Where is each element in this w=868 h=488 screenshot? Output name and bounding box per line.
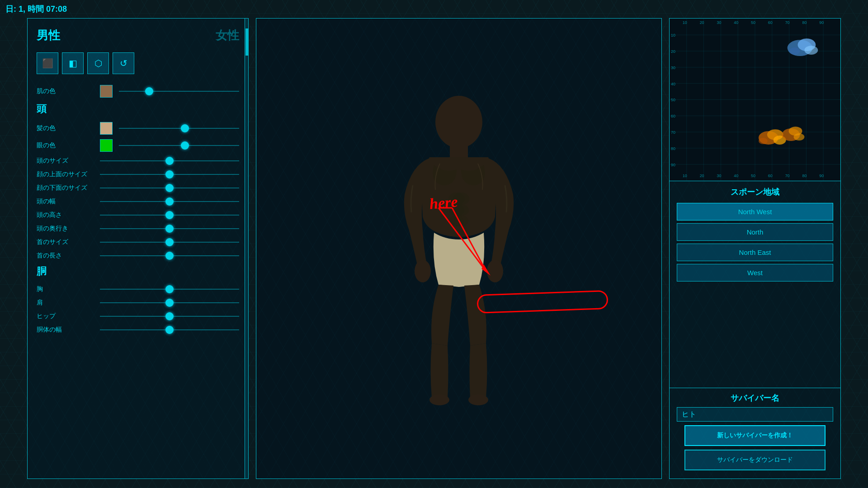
head-height-label: 頭の高さ <box>37 211 95 219</box>
hip-label: ヒップ <box>37 312 95 320</box>
hair-color-slider[interactable] <box>119 124 239 133</box>
svg-point-3 <box>453 192 469 205</box>
neck-size-slider[interactable] <box>100 238 239 247</box>
map-svg: 10 20 30 40 50 60 70 80 90 10 20 30 40 5… <box>670 19 840 181</box>
spawn-north-button[interactable]: North <box>677 223 833 241</box>
main-container: 男性 女性 ⬛ ◧ ⬡ ↺ 肌の色 頭 <box>27 18 841 479</box>
svg-text:10: 10 <box>683 20 687 25</box>
svg-text:60: 60 <box>768 20 773 25</box>
scroll-thumb[interactable] <box>245 28 248 56</box>
reset-icon: ↺ <box>120 58 127 69</box>
head-height-row: 頭の高さ <box>37 211 239 220</box>
head-width-label: 頭の幅 <box>37 197 95 206</box>
spawn-title: スポーン地域 <box>677 187 833 197</box>
spawn-north-east-button[interactable]: North East <box>677 244 833 261</box>
svg-text:90: 90 <box>819 20 824 25</box>
skin-color-row: 肌の色 <box>37 85 239 98</box>
body-width-row: 胴体の幅 <box>37 325 239 334</box>
survivor-name-input[interactable] <box>677 407 833 422</box>
hip-row: ヒップ <box>37 312 239 321</box>
shoulder-row: 肩 <box>37 298 239 307</box>
head-size-label: 頭のサイズ <box>37 157 95 165</box>
eye-color-swatch[interactable] <box>100 139 113 152</box>
neck-length-slider[interactable] <box>100 251 239 260</box>
body-sliders: 胸 肩 ヒップ 胴体の幅 <box>37 285 239 334</box>
gender-male-label[interactable]: 男性 <box>37 28 60 43</box>
svg-text:10: 10 <box>671 33 675 38</box>
svg-rect-1 <box>450 144 468 157</box>
head-size-row: 頭のサイズ <box>37 156 239 165</box>
svg-text:70: 70 <box>671 130 675 135</box>
head-depth-label: 頭の奥行き <box>37 225 95 233</box>
svg-text:30: 30 <box>717 174 721 178</box>
create-survivor-button[interactable]: 新しいサバイバーを作成！ <box>684 425 825 446</box>
spawn-west-button[interactable]: West <box>677 264 833 282</box>
neck-length-row: 首の長さ <box>37 251 239 260</box>
save-button[interactable]: ⬛ <box>37 52 58 74</box>
chest-slider[interactable] <box>100 285 239 294</box>
skin-color-slider[interactable] <box>119 87 239 96</box>
svg-text:90: 90 <box>819 174 824 178</box>
hair-color-label: 髪の色 <box>37 124 95 132</box>
chest-row: 胸 <box>37 285 239 294</box>
top-bar: 日: 1, 時間 07:08 <box>5 4 67 14</box>
face-lower-row: 顔の下面のサイズ <box>37 183 239 192</box>
gender-female-label[interactable]: 女性 <box>216 28 239 43</box>
svg-point-5 <box>453 204 469 216</box>
body-width-slider[interactable] <box>100 325 239 334</box>
hair-color-row: 髪の色 <box>37 122 239 135</box>
head-width-slider[interactable] <box>100 197 239 206</box>
datetime-label: 日: 1, 時間 07:08 <box>5 5 67 14</box>
eye-color-label: 眼の色 <box>37 141 95 150</box>
face-lower-slider[interactable] <box>100 183 239 192</box>
create-survivor-label: 新しいサバイバーを作成！ <box>717 432 793 439</box>
download-survivor-button[interactable]: サバイバーをダウンロード <box>684 450 825 470</box>
toolbar: ⬛ ◧ ⬡ ↺ <box>37 52 239 74</box>
svg-text:30: 30 <box>717 20 721 25</box>
skin-color-swatch[interactable] <box>100 85 113 98</box>
face-upper-slider[interactable] <box>100 170 239 179</box>
character-display <box>256 19 661 479</box>
hip-slider[interactable] <box>100 312 239 321</box>
svg-text:40: 40 <box>734 20 738 25</box>
eye-color-slider[interactable] <box>119 141 239 150</box>
svg-text:70: 70 <box>785 174 790 178</box>
head-height-slider[interactable] <box>100 211 239 220</box>
head-depth-slider[interactable] <box>100 224 239 233</box>
svg-point-11 <box>468 394 488 405</box>
svg-text:50: 50 <box>751 20 755 25</box>
svg-point-0 <box>435 96 482 148</box>
svg-text:90: 90 <box>671 163 675 167</box>
neck-size-row: 首のサイズ <box>37 238 239 247</box>
head-size-slider[interactable] <box>100 156 239 165</box>
svg-text:40: 40 <box>671 82 675 86</box>
svg-point-61 <box>789 47 800 55</box>
svg-text:10: 10 <box>683 174 687 178</box>
spawn-north-west-button[interactable]: North West <box>677 203 833 221</box>
head-section-header: 頭 <box>37 102 239 116</box>
chest-label: 胸 <box>37 285 95 293</box>
random-button[interactable]: ⬡ <box>87 52 109 74</box>
profile-icon: ◧ <box>69 58 77 69</box>
svg-text:60: 60 <box>768 174 773 178</box>
scroll-track[interactable] <box>245 19 248 479</box>
face-upper-row: 顔の上面のサイズ <box>37 170 239 179</box>
svg-text:30: 30 <box>671 66 675 70</box>
shoulder-slider[interactable] <box>100 298 239 307</box>
head-sliders: 髪の色 眼の色 頭のサイズ <box>37 122 239 260</box>
svg-text:20: 20 <box>671 49 675 54</box>
face-upper-label: 顔の上面のサイズ <box>37 170 95 178</box>
svg-text:50: 50 <box>751 174 755 178</box>
eye-color-row: 眼の色 <box>37 139 239 152</box>
neck-size-label: 首のサイズ <box>37 238 95 246</box>
character-customization-panel: 男性 女性 ⬛ ◧ ⬡ ↺ 肌の色 頭 <box>27 18 249 479</box>
hair-color-swatch[interactable] <box>100 122 113 135</box>
random-icon: ⬡ <box>94 58 102 69</box>
survivor-section: サバイバー名 新しいサバイバーを作成！ サバイバーをダウンロード <box>670 388 840 479</box>
reset-button[interactable]: ↺ <box>113 52 134 74</box>
body-section-header: 胴 <box>37 265 239 278</box>
svg-text:20: 20 <box>700 174 704 178</box>
profile-button[interactable]: ◧ <box>62 52 84 74</box>
head-width-row: 頭の幅 <box>37 197 239 206</box>
svg-text:80: 80 <box>802 174 807 178</box>
